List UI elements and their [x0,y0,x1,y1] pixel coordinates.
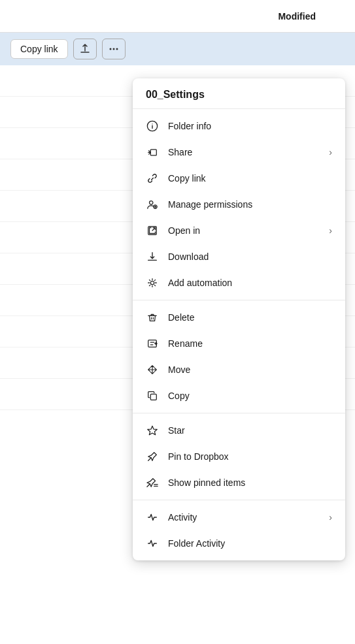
upload-button[interactable] [73,39,97,59]
svg-point-8 [150,281,154,284]
open-in-label: Open in [168,225,320,236]
menu-item-open-in[interactable]: Open in › [133,217,345,244]
delete-label: Delete [168,312,332,323]
show-pinned-label: Show pinned items [168,477,332,488]
download-icon [146,250,159,263]
rename-label: Rename [168,338,332,349]
menu-item-activity[interactable]: Activity › [133,504,345,530]
menu-item-folder-info[interactable]: Folder info [133,113,345,139]
menu-item-star[interactable]: Star [133,417,345,443]
menu-item-pin-to-dropbox[interactable]: Pin to Dropbox [133,443,345,470]
more-options-button[interactable] [102,39,126,59]
share-label: Share [168,147,320,157]
pin-icon [146,450,159,463]
activity-icon [146,511,159,524]
move-label: Move [168,364,332,375]
header-row: Modified [0,0,355,33]
menu-item-rename[interactable]: Rename [133,330,345,357]
menu-item-copy[interactable]: Copy [133,383,345,409]
upload-icon [80,44,90,54]
menu-item-folder-activity[interactable]: Folder Activity [133,530,345,556]
context-menu-title: 00_Settings [133,78,345,109]
move-icon [146,363,159,376]
folder-info-label: Folder info [168,121,332,131]
context-menu: 00_Settings Folder info Sh [133,78,345,560]
rename-icon [146,337,159,350]
open-in-arrow-icon: › [329,225,332,236]
copy-icon [146,389,159,402]
context-menu-section-4: Activity › Folder Activity [133,500,345,560]
menu-item-manage-permissions[interactable]: Manage permissions [133,191,345,217]
toolbar: Copy link [0,33,355,65]
svg-point-2 [116,48,118,50]
trash-icon [146,311,159,324]
folder-activity-label: Folder Activity [168,538,332,549]
menu-item-show-pinned[interactable]: Show pinned items [133,470,345,496]
menu-item-delete[interactable]: Delete [133,304,345,330]
pin-to-dropbox-label: Pin to Dropbox [168,451,332,462]
copy-link-button[interactable]: Copy link [10,39,68,59]
pin-list-icon [146,476,159,489]
menu-item-move[interactable]: Move [133,357,345,383]
more-icon [109,44,119,54]
svg-point-4 [152,123,152,124]
activity-label: Activity [168,512,320,523]
svg-point-0 [109,48,111,50]
menu-item-copy-link[interactable]: Copy link [133,165,345,191]
copy-link-label: Copy link [168,173,332,184]
share-arrow-icon: › [329,147,332,157]
link-icon [146,172,159,185]
menu-item-share[interactable]: Share › [133,139,345,165]
automation-icon [146,276,159,289]
context-menu-section-3: Star Pin to Dropbox Show pinned items [133,413,345,500]
share-icon [146,146,159,159]
menu-item-download[interactable]: Download [133,244,345,270]
info-icon [146,120,159,133]
svg-point-5 [150,201,153,204]
open-external-icon [146,224,159,237]
svg-point-1 [112,48,114,50]
manage-permissions-label: Manage permissions [168,199,332,210]
menu-item-add-automation[interactable]: Add automation [133,270,345,296]
star-icon [146,424,159,437]
activity-arrow-icon: › [329,512,332,523]
download-label: Download [168,251,332,262]
context-menu-section-2: Delete Rename Move [133,300,345,413]
folder-activity-icon [146,537,159,550]
people-icon [146,198,159,211]
star-label: Star [168,425,332,436]
svg-rect-10 [150,394,156,400]
add-automation-label: Add automation [168,278,332,288]
context-menu-section-1: Folder info Share › Co [133,109,345,300]
modified-column-header: Modified [278,11,316,22]
copy-label: Copy [168,391,332,401]
